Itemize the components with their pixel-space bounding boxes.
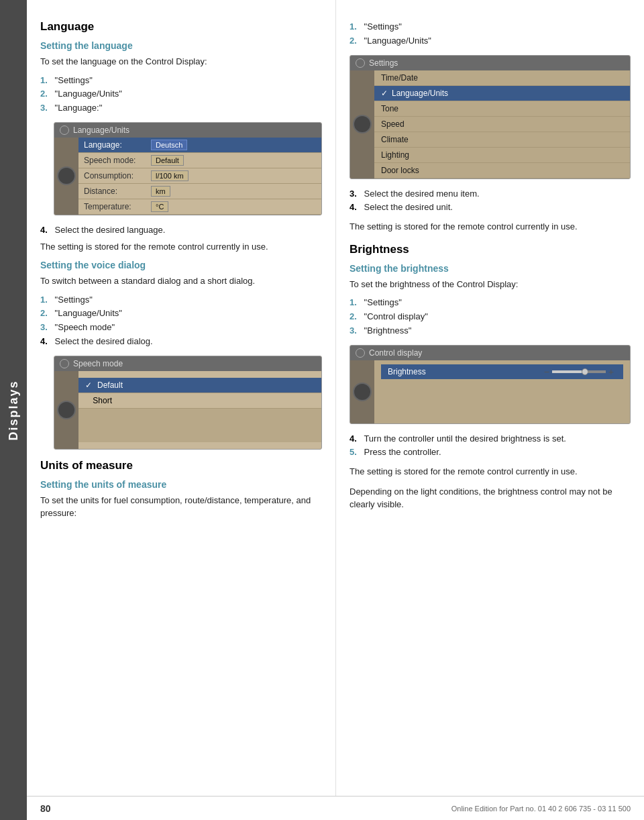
nav-circle-lang [57,166,76,185]
settings-screen-wrapper: Settings Time/Date ✓ Language/Units Tone… [350,55,631,179]
screen-header-brightness-title: Control display [369,348,422,358]
screen-header-settings: Settings [350,56,630,70]
units-intro: To set the units for fuel consumption, r… [40,494,322,520]
language-units-screen-wrapper: Language/Units Language: Deutsch Speech … [54,122,322,215]
speech-mode-screen-wrapper: Speech mode ✓ Default Short [54,356,322,450]
language-steps-1-3: 1. "Settings" 2. "Language/Units" 3. "La… [40,74,322,115]
lang-row-language: Language: Deutsch [78,138,321,153]
brightness-screen: Control display Brightness − [350,345,631,424]
speech-row-default: ✓ Default [78,378,321,393]
nav-side-speech [54,371,78,449]
step-1: 1. "Settings" [40,74,322,88]
lang-row-speech: Speech mode: Default [78,153,321,168]
right-steps-3-4: 3. Select the desired menu item. 4. Sele… [350,187,631,215]
footer: 80 Online Edition for Part no. 01 40 2 6… [27,796,644,820]
brightness-content: Brightness − + [374,360,630,423]
settings-item-climate: Climate [374,132,630,148]
screen-header-speech: Speech mode [54,356,321,371]
brightness-screen-body: Brightness − + [350,360,630,423]
screen-header-settings-title: Settings [369,58,398,68]
brightness-slider: − + [541,366,616,377]
brightness-screen-wrapper: Control display Brightness − [350,345,631,424]
brightness-step-4: 4. Turn the controller until the desired… [350,432,631,446]
gear-icon-settings [356,58,365,68]
units-section-title: Units of measure [40,459,322,472]
right-step-1: 1. "Settings" [350,20,631,34]
right-step-2: 2. "Language/Units" [350,34,631,48]
speech-screen-body: ✓ Default Short [54,371,321,449]
gear-icon-speech [60,359,69,368]
setting-voice-subtitle: Setting the voice dialog [40,260,322,270]
right-steps-top: 1. "Settings" 2. "Language/Units" [350,20,631,48]
gear-icon [60,125,69,135]
nav-circle-brightness [353,382,372,401]
voice-step-3: 3. "Speech mode" [40,321,322,335]
nav-circle-settings [353,115,372,134]
brightness-step-3: 3. "Brightness" [350,324,631,338]
main-content: Language Setting the language To set the… [27,0,644,820]
page-number: 80 [40,803,51,814]
right-column: 1. "Settings" 2. "Language/Units" Settin… [335,0,644,820]
setting-voice-intro: To switch between a standard dialog and … [40,274,322,288]
speech-mode-screen: Speech mode ✓ Default Short [54,356,322,450]
right-step-4: 4. Select the desired unit. [350,201,631,215]
settings-list: Time/Date ✓ Language/Units Tone Speed Cl… [374,70,630,178]
language-step-4: 4. Select the desired language. [40,223,322,238]
plus-icon: + [608,366,614,377]
settings-screen: Settings Time/Date ✓ Language/Units Tone… [350,55,631,179]
setting-language-intro: To set the language on the Control Displ… [40,55,322,68]
step-4-lang: 4. Select the desired language. [40,223,322,238]
settings-item-lighting: Lighting [374,148,630,163]
settings-screen-body: Time/Date ✓ Language/Units Tone Speed Cl… [350,70,630,178]
nav-circle-speech [57,401,76,419]
brightness-steps: 1. "Settings" 2. "Control display" 3. "B… [350,296,631,338]
settings-item-language: ✓ Language/Units [374,86,630,101]
units-subtitle: Setting the units of measure [40,479,322,490]
speech-row-short: Short [78,393,321,409]
gear-icon-brightness [356,348,365,358]
screen-header-lang: Language/Units [54,123,321,138]
settings-item-doorlocks: Door locks [374,163,630,178]
brightness-steps-4-5: 4. Turn the controller until the desired… [350,432,631,460]
brightness-note-1: The setting is stored for the remote con… [350,465,631,478]
language-note: The setting is stored for the remote con… [40,240,322,254]
language-units-screen: Language/Units Language: Deutsch Speech … [54,122,322,215]
brightness-step-1: 1. "Settings" [350,296,631,310]
units-note: The setting is stored for the remote con… [350,220,631,234]
settings-item-tone: Tone [374,101,630,117]
brightness-intro: To set the brightness of the Control Dis… [350,278,631,291]
left-column: Language Setting the language To set the… [27,0,335,820]
brightness-label-box: Brightness − + [381,364,623,379]
lang-row-temperature: Temperature: °C [78,199,321,215]
step-2: 2. "Language/Units" [40,87,322,101]
lang-row-consumption: Consumption: l/100 km [78,168,321,184]
lang-row-distance: Distance: km [78,184,321,199]
voice-step-2: 2. "Language/Units" [40,307,322,321]
screen-body-lang: Language: Deutsch Speech mode: Default C… [54,138,321,215]
settings-item-timedate: Time/Date [374,70,630,86]
brightness-step-5: 5. Press the controller. [350,446,631,460]
footer-text: Online Edition for Part no. 01 40 2 606 … [451,805,631,813]
side-tab-label: Displays [7,380,21,440]
speech-menu-content: ✓ Default Short [78,371,321,449]
setting-language-subtitle: Setting the language [40,40,322,51]
step-3: 3. "Language:" [40,101,322,115]
screen-header-speech-title: Speech mode [73,359,123,368]
slider-fill [552,370,582,373]
right-step-3: 3. Select the desired menu item. [350,187,631,201]
brightness-row: Brightness − + [374,360,630,383]
nav-side-brightness [350,360,374,423]
screen-header-brightness: Control display [350,346,630,360]
screen-header-title: Language/Units [73,125,129,135]
slider-bar [552,370,606,373]
brightness-note-2: Depending on the light conditions, the b… [350,485,631,511]
nav-side-lang [54,138,78,215]
voice-step-1: 1. "Settings" [40,293,322,307]
brightness-section-title: Brightness [350,243,631,256]
slider-thumb [582,368,588,375]
language-section-title: Language [40,20,322,34]
side-tab: Displays [0,0,27,820]
minus-icon: − [544,366,549,377]
settings-item-speed: Speed [374,117,630,132]
voice-step-4: 4. Select the desired dialog. [40,335,322,349]
